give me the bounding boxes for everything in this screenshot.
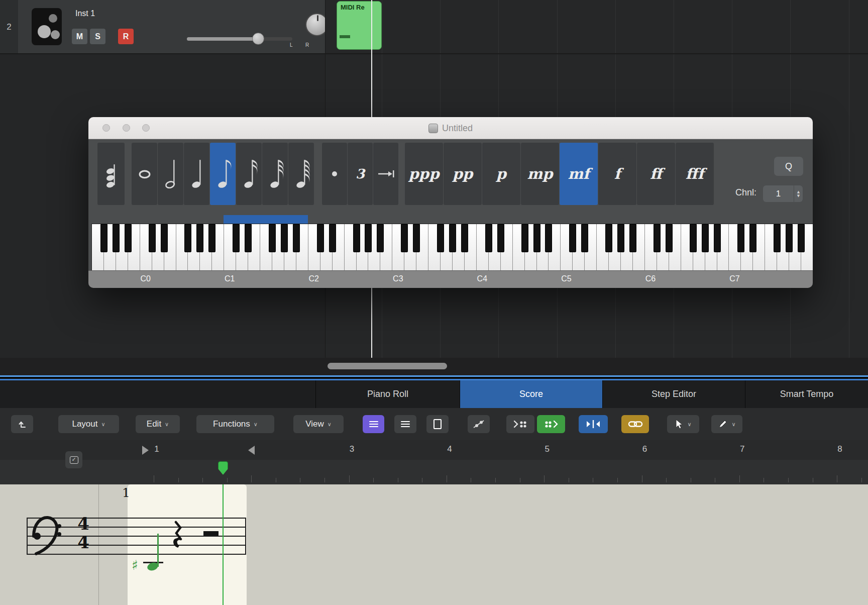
piano-key-black[interactable] bbox=[293, 224, 300, 252]
piano-key-black[interactable] bbox=[461, 224, 468, 252]
mute-button[interactable]: M bbox=[72, 29, 87, 44]
piano-key-black[interactable] bbox=[629, 224, 636, 252]
view-menu[interactable]: View∨ bbox=[293, 415, 344, 433]
piano-key-black[interactable] bbox=[485, 224, 492, 252]
midi-region[interactable]: MIDI Re bbox=[337, 1, 382, 50]
piano-key-black[interactable] bbox=[617, 224, 624, 252]
quarter-rest-icon[interactable] bbox=[173, 521, 184, 550]
eighth-note-button[interactable] bbox=[210, 143, 236, 205]
tab-smart-tempo[interactable]: Smart Tempo bbox=[745, 380, 868, 408]
track-name[interactable]: Inst 1 bbox=[75, 9, 95, 18]
piano-key-black[interactable] bbox=[353, 224, 360, 252]
piano-key-black[interactable] bbox=[702, 224, 709, 252]
dotted-note-button[interactable] bbox=[322, 143, 347, 205]
piano-key-black[interactable] bbox=[149, 224, 156, 252]
triplet-button[interactable]: 3 bbox=[348, 143, 373, 205]
piano-key-black[interactable] bbox=[521, 224, 528, 252]
record-enable-button[interactable]: R bbox=[118, 29, 134, 44]
dynamic-mp-button[interactable]: mp bbox=[521, 143, 559, 205]
piano-key-black[interactable] bbox=[533, 224, 540, 252]
piano-key-black[interactable] bbox=[690, 224, 697, 252]
piano-key-black[interactable] bbox=[377, 224, 384, 252]
stepper-arrows[interactable]: ▲ ▼ bbox=[794, 185, 803, 202]
piano-key-black[interactable] bbox=[798, 224, 805, 252]
piano-keyboard[interactable] bbox=[91, 224, 813, 270]
stepper-up-icon[interactable]: ▲ bbox=[797, 190, 800, 194]
dynamic-ppp-button[interactable]: ppp bbox=[405, 143, 443, 205]
octave-range-indicator[interactable] bbox=[224, 215, 308, 224]
track-header[interactable]: Inst 1 M S R L R bbox=[18, 0, 325, 54]
automation-button[interactable] bbox=[468, 415, 490, 433]
piano-key-black[interactable] bbox=[317, 224, 324, 252]
piano-key-black[interactable] bbox=[365, 224, 372, 252]
piano-key-black[interactable] bbox=[208, 224, 215, 252]
thirty-second-note-button[interactable] bbox=[262, 143, 288, 205]
dynamic-fff-button[interactable]: fff bbox=[676, 143, 714, 205]
pointer-tool-button[interactable]: ∨ bbox=[667, 415, 699, 433]
stepper-down-icon[interactable]: ▼ bbox=[797, 194, 800, 198]
piano-key-black[interactable] bbox=[329, 224, 336, 252]
solo-button[interactable]: S bbox=[90, 29, 105, 44]
dynamic-p-button[interactable]: p bbox=[482, 143, 520, 205]
piano-key-black[interactable] bbox=[413, 224, 420, 252]
piano-key-black[interactable] bbox=[184, 224, 191, 252]
piano-key-black[interactable] bbox=[654, 224, 661, 252]
midi-in-button[interactable] bbox=[506, 415, 534, 433]
piano-key-black[interactable] bbox=[774, 224, 781, 252]
score-editor[interactable]: 1 4 4 ♯ bbox=[0, 484, 868, 605]
scrollbar-thumb[interactable] bbox=[328, 363, 447, 369]
piano-key-black[interactable] bbox=[401, 224, 408, 252]
whole-note-button[interactable] bbox=[132, 143, 157, 205]
view-mode-page-button[interactable] bbox=[426, 415, 449, 433]
half-rest[interactable] bbox=[203, 531, 219, 536]
pane-splitter[interactable] bbox=[0, 375, 868, 380]
piano-key-black[interactable] bbox=[245, 224, 252, 252]
locator-end-marker[interactable] bbox=[248, 446, 255, 455]
sharp-accidental[interactable]: ♯ bbox=[132, 557, 138, 573]
ruler-ticks-row[interactable] bbox=[0, 460, 868, 484]
piano-key-black[interactable] bbox=[100, 224, 107, 252]
piano-key-black[interactable] bbox=[545, 224, 552, 252]
dynamic-ff-button[interactable]: ff bbox=[637, 143, 675, 205]
piano-key-black[interactable] bbox=[569, 224, 576, 252]
piano-key-black[interactable] bbox=[233, 224, 240, 252]
quantize-button[interactable] bbox=[579, 415, 608, 433]
piano-key-black[interactable] bbox=[497, 224, 504, 252]
piano-key-black[interactable] bbox=[581, 224, 588, 252]
dynamic-pp-button[interactable]: pp bbox=[444, 143, 482, 205]
piano-key-black[interactable] bbox=[749, 224, 756, 252]
tab-step-editor[interactable]: Step Editor bbox=[602, 380, 745, 408]
volume-slider[interactable] bbox=[187, 37, 292, 41]
dynamic-f-button[interactable]: f bbox=[598, 143, 636, 205]
piano-key-black[interactable] bbox=[161, 224, 168, 252]
pencil-tool-button[interactable]: ∨ bbox=[711, 415, 742, 433]
sustain-button[interactable] bbox=[373, 143, 398, 205]
bar-ruler[interactable]: 1345678 ✓ bbox=[0, 440, 868, 484]
step-input-keyboard-window[interactable]: Untitled 3 ppp pp p mp mf f ff fff Q bbox=[88, 117, 813, 288]
layout-menu[interactable]: Layout∨ bbox=[58, 415, 119, 433]
piano-key-black[interactable] bbox=[449, 224, 456, 252]
volume-slider-thumb[interactable] bbox=[252, 33, 264, 45]
view-mode-linear-button[interactable] bbox=[363, 415, 384, 433]
midi-out-button[interactable] bbox=[537, 415, 565, 433]
piano-key-black[interactable] bbox=[786, 224, 793, 252]
piano-key-black[interactable] bbox=[269, 224, 276, 252]
piano-key-black[interactable] bbox=[437, 224, 444, 252]
region-content-toggle[interactable]: ✓ bbox=[65, 451, 82, 468]
window-titlebar[interactable]: Untitled bbox=[88, 117, 813, 139]
functions-menu[interactable]: Functions∨ bbox=[196, 415, 274, 433]
horizontal-scrollbar[interactable] bbox=[0, 358, 868, 375]
tab-piano-roll[interactable]: Piano Roll bbox=[315, 380, 460, 408]
piano-key-black[interactable] bbox=[714, 224, 721, 252]
piano-key-black[interactable] bbox=[605, 224, 612, 252]
piano-key-black[interactable] bbox=[281, 224, 288, 252]
piano-key-black[interactable] bbox=[666, 224, 673, 252]
sixteenth-note-button[interactable] bbox=[236, 143, 262, 205]
quantize-input-button[interactable]: Q bbox=[774, 157, 803, 176]
half-note-button[interactable] bbox=[158, 143, 183, 205]
piano-key-black[interactable] bbox=[113, 224, 120, 252]
locator-start-marker[interactable] bbox=[142, 446, 149, 455]
piano-key-black[interactable] bbox=[196, 224, 203, 252]
view-mode-wrapped-button[interactable] bbox=[394, 415, 416, 433]
channel-stepper[interactable]: 1 ▲ ▼ bbox=[763, 185, 803, 202]
